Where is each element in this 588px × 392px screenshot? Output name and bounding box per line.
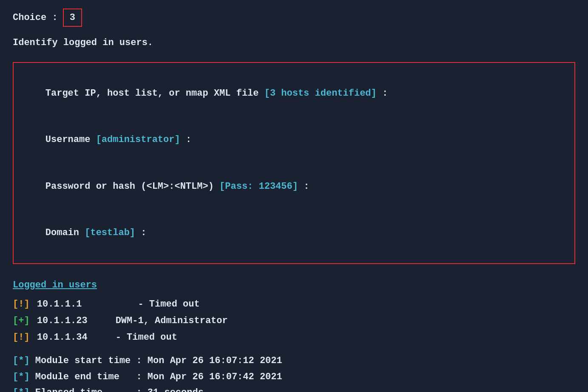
domain-bracket: [testlab] — [85, 227, 135, 238]
identify-line: Identify logged in users. — [13, 35, 575, 50]
timing-row-elapsed: [*] Elapsed time : 31 seconds — [13, 385, 575, 392]
choice-label: Choice : — [13, 10, 58, 25]
result-info-2: DWM-1, Administrator — [88, 313, 228, 328]
username-suffix: : — [180, 134, 191, 145]
username-row: Username [administrator] : — [23, 117, 565, 162]
logged-in-users-header: Logged in users — [13, 278, 575, 293]
timing-section: [*] Module start time : Mon Apr 26 16:07… — [13, 353, 575, 392]
result-info-3: - Timed out — [88, 330, 177, 345]
username-bracket: [administrator] — [96, 134, 180, 145]
result-ip-2: 10.1.1.23 — [31, 313, 88, 328]
result-bracket-1: [!] — [13, 297, 30, 312]
target-suffix: : — [377, 88, 388, 99]
results-section: [!] 10.1.1.1 - Timed out [+] 10.1.1.23 D… — [13, 297, 575, 345]
choice-value: 3 — [63, 9, 82, 27]
target-prefix: Target IP, host list, or nmap XML file — [45, 88, 264, 99]
result-info-1: - Timed out — [88, 297, 200, 312]
result-bracket-3: [!] — [13, 330, 30, 345]
timing-bracket-2: [*] — [13, 369, 30, 384]
password-row: Password or hash (<LM>:<NTLM>) [Pass: 12… — [23, 164, 565, 209]
result-row-1: [!] 10.1.1.1 - Timed out — [13, 297, 575, 312]
result-ip-1: 10.1.1.1 — [31, 297, 88, 312]
domain-prefix: Domain — [45, 227, 85, 238]
result-bracket-2: [+] — [13, 313, 30, 328]
password-prefix: Password or hash (<LM>:<NTLM>) — [45, 181, 219, 192]
timing-bracket-3: [*] — [13, 385, 30, 392]
target-bracket: [3 hosts identified] — [264, 88, 377, 99]
password-suffix: : — [298, 181, 309, 192]
choice-line: Choice : 3 — [13, 9, 575, 27]
result-row-3: [!] 10.1.1.34 - Timed out — [13, 330, 575, 345]
result-ip-3: 10.1.1.34 — [31, 330, 88, 345]
timing-label-2: Module end time : Mon Apr 26 16:07:42 20… — [30, 369, 282, 384]
input-section: Target IP, host list, or nmap XML file [… — [13, 62, 575, 264]
result-row-2: [+] 10.1.1.23 DWM-1, Administrator — [13, 313, 575, 328]
username-prefix: Username — [45, 134, 96, 145]
timing-row-start: [*] Module start time : Mon Apr 26 16:07… — [13, 353, 575, 368]
timing-row-end: [*] Module end time : Mon Apr 26 16:07:4… — [13, 369, 575, 384]
domain-row: Domain [testlab] : — [23, 210, 565, 256]
domain-suffix: : — [135, 227, 146, 238]
target-ip-row: Target IP, host list, or nmap XML file [… — [23, 71, 565, 116]
timing-label-3: Elapsed time : 31 seconds — [30, 385, 204, 392]
timing-bracket-1: [*] — [13, 353, 30, 368]
timing-label-1: Module start time : Mon Apr 26 16:07:12 … — [30, 353, 282, 368]
password-bracket: [Pass: 123456] — [219, 181, 298, 192]
